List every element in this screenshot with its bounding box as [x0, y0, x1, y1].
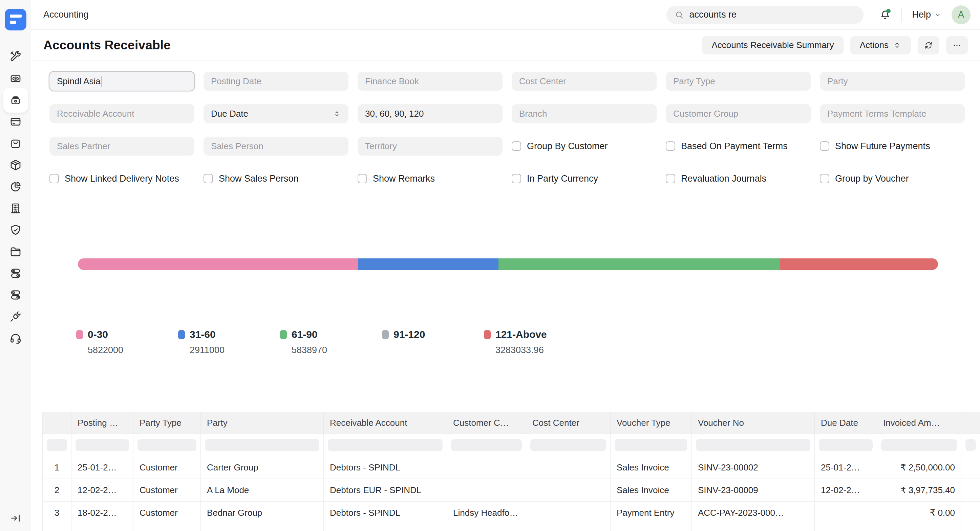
table-cell-posting-date: 25-01-2…: [72, 456, 134, 479]
filter-checkbox-revaluation-journals[interactable]: Revaluation Journals: [666, 169, 811, 188]
column-header-customer-contact[interactable]: Customer C…: [447, 412, 526, 434]
table-cell-voucher-type: [611, 524, 692, 531]
refresh-button[interactable]: [918, 36, 939, 54]
filter-checkbox-show-linked-delivery-notes[interactable]: Show Linked Delivery Notes: [49, 169, 194, 188]
avatar[interactable]: A: [951, 5, 970, 24]
column-filter-input-party[interactable]: [205, 439, 319, 451]
filter-input-payment-terms-template[interactable]: Payment Terms Template: [820, 104, 965, 123]
chart-segment-0-30: [78, 258, 358, 270]
sidebar-item-package-icon[interactable]: [5, 154, 26, 176]
search-input[interactable]: accounts re: [667, 6, 864, 24]
column-header-receivable-account[interactable]: Receivable Account: [324, 412, 447, 434]
column-filter-input-voucher-type[interactable]: [615, 439, 687, 451]
filter-input-branch[interactable]: Branch: [512, 104, 657, 123]
table-cell-customer-contact: Lindsy Headfo…: [447, 502, 526, 524]
column-filter-input-receivable-account[interactable]: [328, 439, 442, 451]
column-filter-input-row-number[interactable]: [47, 439, 67, 451]
column-filter-input-voucher-no[interactable]: [696, 439, 810, 451]
checkbox-icon[interactable]: [49, 174, 59, 183]
column-header-invoiced-amount[interactable]: Invoiced Am…: [877, 412, 961, 434]
column-header-due-date[interactable]: Due Date: [815, 412, 877, 434]
filter-input-party-type[interactable]: Party Type: [666, 72, 811, 90]
checkbox-icon[interactable]: [512, 174, 521, 183]
breadcrumb[interactable]: Accounting: [43, 10, 89, 20]
sidebar-item-money-case-icon[interactable]: [5, 68, 26, 89]
checkbox-icon[interactable]: [512, 141, 521, 151]
summary-report-button[interactable]: Accounts Receivable Summary: [702, 36, 843, 54]
filter-checkbox-group-by-customer[interactable]: Group By Customer: [512, 136, 657, 155]
sidebar-item-tools-icon[interactable]: [5, 46, 26, 68]
column-filter-input-invoiced-amount[interactable]: [881, 439, 957, 451]
expand-sidebar-icon[interactable]: [5, 509, 26, 527]
column-filter-input-due-date[interactable]: [819, 439, 873, 451]
sidebar-item-shield-check-icon[interactable]: [5, 219, 26, 241]
sidebar-item-folder-icon[interactable]: [5, 241, 26, 262]
column-header-voucher-type[interactable]: Voucher Type: [611, 412, 692, 434]
column-filter-input-posting-date[interactable]: [75, 439, 129, 451]
legend-item-0-30: 0-305822000: [76, 329, 178, 355]
filter-checkbox-show-remarks[interactable]: Show Remarks: [358, 169, 503, 188]
checkbox-icon[interactable]: [204, 174, 213, 183]
filter-input-ageing-range[interactable]: 30, 60, 90, 120: [358, 104, 503, 123]
table-cell-cost-center: [526, 456, 611, 479]
filter-checkbox-show-future-payments[interactable]: Show Future Payments: [820, 136, 965, 155]
filter-input-posting-date[interactable]: Posting Date: [204, 72, 348, 90]
filter-input-sales-person[interactable]: Sales Person: [204, 136, 348, 155]
filter-checkbox-in-party-currency[interactable]: In Party Currency: [512, 169, 657, 188]
table-cell-party-type: Customer: [134, 456, 201, 479]
filter-input-receivable-account[interactable]: Receivable Account: [49, 104, 194, 123]
filter-input-customer-group[interactable]: Customer Group: [666, 104, 811, 123]
table-cell-party: [201, 524, 324, 531]
column-header-row-number[interactable]: [43, 412, 72, 434]
sidebar-item-building-icon[interactable]: [5, 198, 26, 219]
filter-input-party[interactable]: Party: [820, 72, 965, 90]
table-row: 212-02-2…CustomerA La ModeDebtors EUR - …: [43, 479, 980, 502]
sidebar-item-pie-chart-icon[interactable]: [5, 176, 26, 198]
column-filter-input-customer-contact[interactable]: [451, 439, 522, 451]
filter-select-ageing-based-on[interactable]: Due Date: [204, 104, 348, 123]
column-header-posting-date[interactable]: Posting …: [72, 412, 134, 434]
app-logo[interactable]: [5, 9, 26, 30]
checkbox-icon[interactable]: [820, 141, 829, 151]
help-menu[interactable]: Help: [912, 10, 942, 20]
filter-input-finance-book[interactable]: Finance Book: [358, 72, 503, 90]
checkbox-label: Show Linked Delivery Notes: [65, 173, 179, 184]
filter-checkbox-show-sales-person[interactable]: Show Sales Person: [204, 169, 348, 188]
sidebar-item-toggles-icon[interactable]: [5, 262, 26, 284]
column-filter-cell-receivable-account: [324, 434, 447, 456]
column-header-cost-center[interactable]: Cost Center: [526, 412, 611, 434]
checkbox-icon[interactable]: [358, 174, 367, 183]
column-filter-input-party-type[interactable]: [137, 439, 196, 451]
sidebar-item-accounting-icon[interactable]: [3, 87, 28, 113]
column-header-voucher-no[interactable]: Voucher No: [692, 412, 815, 434]
filter-checkbox-group-by-voucher[interactable]: Group by Voucher: [820, 169, 965, 188]
column-header-party[interactable]: Party: [201, 412, 324, 434]
filter-input-sales-partner[interactable]: Sales Partner: [49, 136, 194, 155]
sidebar-item-headset-icon[interactable]: [5, 327, 26, 349]
legend-item-121-Above: 121-Above3283033.96: [484, 329, 586, 355]
sidebar-item-shopping-bag-icon[interactable]: [5, 133, 26, 154]
actions-button[interactable]: Actions: [850, 36, 911, 54]
column-header-overflow[interactable]: [961, 412, 980, 434]
sidebar-item-toggles-2-icon[interactable]: [5, 284, 26, 306]
column-filter-cell-voucher-type: [611, 434, 692, 456]
column-filter-input-cost-center[interactable]: [530, 439, 606, 451]
sidebar-item-credit-card-icon[interactable]: [5, 111, 26, 133]
filter-input-cost-center[interactable]: Cost Center: [512, 72, 657, 90]
checkbox-label: Show Future Payments: [835, 141, 930, 152]
filter-input-company[interactable]: Spindl Asia: [49, 72, 194, 90]
checkbox-icon[interactable]: [666, 174, 675, 183]
checkbox-icon[interactable]: [820, 174, 829, 183]
filter-placeholder: Receivable Account: [57, 109, 134, 119]
notifications-bell-icon[interactable]: [879, 9, 891, 21]
legend-item-head: 61-90: [280, 329, 382, 340]
column-header-party-type[interactable]: Party Type: [134, 412, 201, 434]
checkbox-icon[interactable]: [666, 141, 675, 151]
filter-input-territory[interactable]: Territory: [358, 136, 503, 155]
column-filter-input-overflow[interactable]: [966, 439, 976, 451]
sidebar-item-plug-icon[interactable]: [5, 306, 26, 327]
table-cell-voucher-type: Sales Invoice: [611, 456, 692, 479]
table-cell-voucher-no: SINV-23-00009: [692, 479, 815, 502]
more-menu-button[interactable]: [946, 36, 968, 54]
filter-checkbox-based-on-payment-terms[interactable]: Based On Payment Terms: [666, 136, 811, 155]
